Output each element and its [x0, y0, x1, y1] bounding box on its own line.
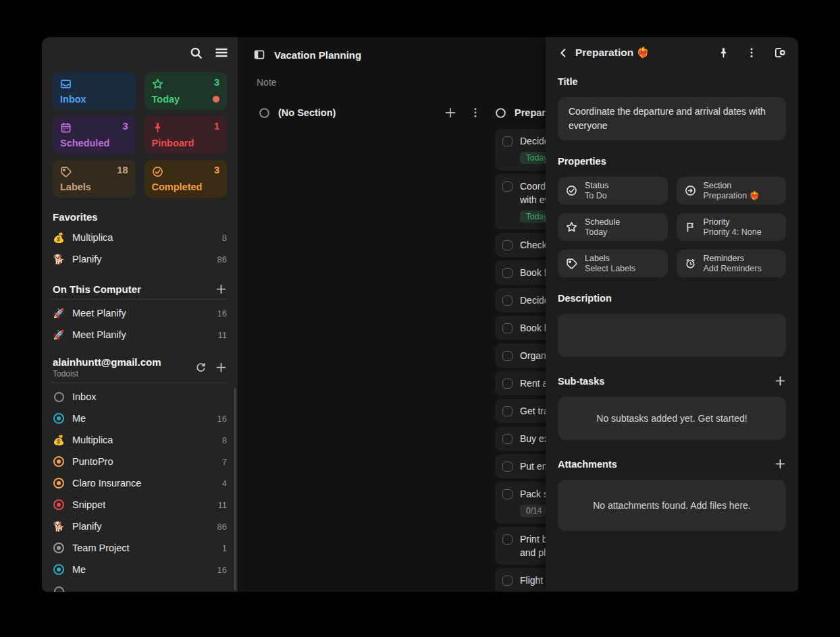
add-attachment-icon[interactable] — [775, 458, 786, 470]
add-account-project-icon[interactable] — [215, 362, 227, 373]
task-checkbox[interactable] — [502, 489, 513, 499]
task-checkbox[interactable] — [502, 268, 513, 278]
inbox-label: Inbox — [60, 94, 86, 105]
project-row[interactable]: Claro Insurance 4 — [42, 472, 238, 494]
section-menu-icon[interactable] — [469, 107, 481, 119]
today-label: Today — [152, 94, 180, 105]
favorite-label: Planify — [72, 254, 210, 265]
favorite-item[interactable]: 🐕 Planify 86 — [42, 248, 238, 270]
task-checkbox[interactable] — [502, 534, 513, 545]
property-value: Preparation ❤️‍🔥 — [704, 191, 760, 201]
task-checkbox[interactable] — [502, 240, 513, 250]
project-color-icon — [53, 499, 64, 510]
favorites-list: 💰 Multiplica 8 🐕 Planify 86 — [42, 227, 238, 270]
add-task-icon[interactable] — [444, 107, 456, 119]
project-count: 86 — [217, 522, 227, 532]
star-icon — [566, 221, 577, 233]
project-row[interactable]: Me 16 — [42, 559, 238, 580]
project-row[interactable]: PuntoPro 7 — [42, 451, 238, 472]
task-checkbox[interactable] — [502, 296, 513, 306]
search-icon[interactable] — [190, 47, 203, 59]
move-task-icon[interactable] — [774, 47, 786, 59]
task-checkbox[interactable] — [502, 379, 513, 389]
project-color-icon — [53, 543, 64, 553]
pinboard-label: Pinboard — [152, 138, 194, 148]
menu-icon[interactable] — [215, 46, 228, 59]
back-icon[interactable] — [558, 47, 569, 59]
attachments-section-label: Attachments — [558, 459, 617, 470]
project-row[interactable]: 💰 Multiplica 8 — [42, 429, 238, 451]
task-checkbox[interactable] — [502, 351, 513, 361]
project-row[interactable] — [42, 580, 238, 592]
local-project-item[interactable]: 🚀 Meet Planify 11 — [42, 324, 238, 345]
detail-menu-icon[interactable] — [745, 47, 758, 59]
task-checkbox[interactable] — [502, 434, 513, 444]
property-label: Schedule — [585, 217, 620, 227]
sidebar-scrollbar[interactable] — [234, 388, 236, 590]
project-emoji-icon: 🚀 — [53, 329, 65, 340]
task-title: Rent a — [520, 378, 548, 389]
completed-label: Completed — [152, 182, 203, 192]
project-circle-icon — [54, 392, 64, 402]
properties-section-label: Properties — [558, 156, 786, 167]
properties-grid: Status To Do Section Preparation ❤️‍🔥 — [558, 177, 786, 277]
account-info: alainhuntt@gmail.com Todoist — [53, 356, 195, 379]
priority-property-button[interactable]: Priority Priority 4: None — [677, 213, 787, 241]
divider — [50, 299, 227, 300]
add-subtask-icon[interactable] — [775, 375, 786, 387]
page-title: Vacation Planning — [274, 49, 361, 61]
favorite-count: 86 — [217, 254, 227, 265]
task-title-input[interactable]: Coordinate the departure and arrival dat… — [558, 97, 786, 140]
app-window: Inbox 3 Today 3 Scheduled — [42, 37, 798, 592]
project-icon — [53, 586, 65, 592]
section-header[interactable]: (No Section) — [259, 105, 485, 120]
pin-task-icon[interactable] — [718, 47, 729, 59]
favorite-item[interactable]: 💰 Multiplica 8 — [42, 227, 238, 248]
local-project-item[interactable]: 🚀 Meet Planify 16 — [42, 302, 238, 324]
project-color-icon — [53, 478, 64, 489]
tag-icon — [566, 258, 577, 269]
project-count: 7 — [222, 457, 227, 467]
project-row[interactable]: Me 16 — [42, 408, 238, 429]
favorites-title: Favorites — [53, 211, 98, 223]
section-property-button[interactable]: Section Preparation ❤️‍🔥 — [677, 177, 787, 204]
project-row[interactable]: 🐕 Planify 86 — [42, 516, 238, 537]
sidebar-topbar — [42, 37, 238, 68]
project-label: PuntoPro — [72, 456, 215, 467]
reminders-property-button[interactable]: Reminders Add Reminders — [677, 250, 787, 277]
tile-scheduled[interactable]: 3 Scheduled — [53, 116, 136, 154]
project-icon — [53, 392, 65, 402]
task-checkbox[interactable] — [502, 136, 513, 146]
labels-property-button[interactable]: Labels Select Labels — [558, 250, 668, 277]
tile-labels[interactable]: 18 Labels — [53, 160, 136, 198]
project-label: Inbox — [72, 391, 219, 402]
task-checkbox[interactable] — [502, 462, 513, 472]
project-label: Claro Insurance — [72, 478, 215, 489]
tile-inbox[interactable]: Inbox — [53, 72, 136, 110]
add-local-project-icon[interactable] — [215, 283, 227, 295]
account-header[interactable]: alainhuntt@gmail.com Todoist — [42, 356, 238, 379]
property-label: Status — [585, 181, 608, 191]
account-service: Todoist — [53, 369, 195, 379]
project-row[interactable]: Team Project 1 — [42, 537, 238, 559]
task-checkbox[interactable] — [502, 323, 513, 333]
tile-pinboard[interactable]: 1 Pinboard — [145, 116, 228, 154]
property-value: Add Reminders — [704, 264, 762, 274]
task-title: Book fl — [520, 267, 549, 278]
sync-icon[interactable] — [195, 362, 207, 373]
schedule-property-button[interactable]: Schedule Today — [558, 213, 668, 241]
description-input[interactable] — [558, 314, 786, 357]
project-count: 16 — [217, 414, 227, 424]
tile-completed[interactable]: 3 Completed — [145, 160, 228, 198]
status-property-button[interactable]: Status To Do — [558, 177, 668, 204]
project-row[interactable]: Inbox — [42, 386, 238, 408]
task-checkbox[interactable] — [502, 406, 513, 416]
sidebar-toggle-icon[interactable] — [253, 49, 265, 61]
project-color-icon — [53, 456, 64, 467]
task-checkbox[interactable] — [502, 576, 513, 586]
tile-today[interactable]: 3 Today — [145, 72, 228, 110]
project-icon — [53, 456, 65, 467]
project-row[interactable]: Snippet 11 — [42, 494, 238, 516]
task-checkbox[interactable] — [502, 182, 513, 192]
today-count: 3 — [214, 77, 219, 88]
